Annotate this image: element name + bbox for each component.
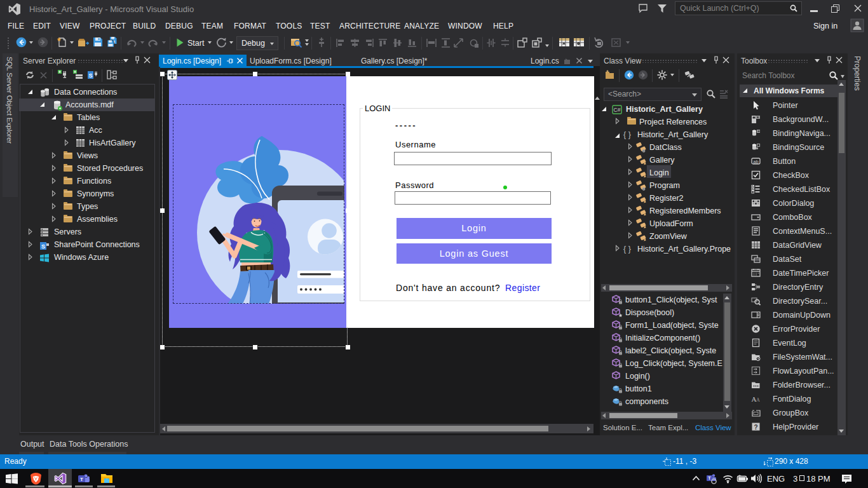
svg-text:S: S (41, 243, 45, 250)
svg-text:S: S (88, 72, 92, 79)
svg-text:ab: ab (753, 159, 758, 165)
svg-text:T: T (708, 476, 711, 480)
svg-text:?: ? (754, 424, 758, 431)
svg-text:T: T (80, 477, 83, 482)
svg-text:C#: C# (614, 107, 621, 113)
svg-text:A: A (756, 397, 760, 403)
